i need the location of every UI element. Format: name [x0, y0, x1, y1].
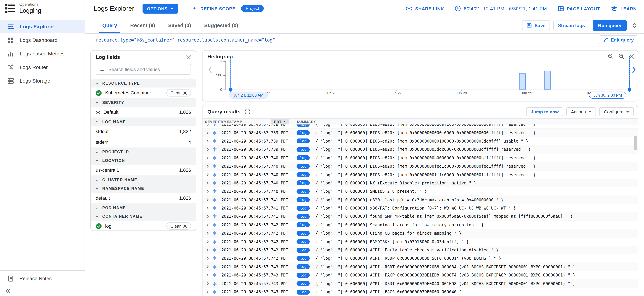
sidebar-item-logs-dashboard[interactable]: Logs Dashboard: [0, 33, 84, 47]
sidebar-item-logs-explorer[interactable]: Logs Explorer: [0, 20, 84, 33]
log-row[interactable]: 2021-06-29 08:45:57.742 PDTlog{ "log": "…: [202, 254, 638, 263]
field-value-default[interactable]: Default1,826: [91, 107, 196, 118]
tab-suggested-0[interactable]: Suggested (0): [198, 17, 245, 34]
log-label-chip[interactable]: log: [296, 189, 310, 194]
configure-button[interactable]: Configure: [600, 107, 634, 116]
stream-logs-button[interactable]: Stream logs: [553, 20, 590, 30]
field-value-stdout[interactable]: stdout1,822: [91, 126, 196, 137]
log-row[interactable]: 2021-06-29 08:45:57.743 PDTlog{ "log": "…: [202, 288, 638, 296]
expand-results-icon[interactable]: [244, 109, 250, 114]
log-label-chip[interactable]: log: [296, 130, 310, 135]
expand-row-icon[interactable]: [206, 139, 212, 143]
log-label-chip[interactable]: log: [296, 248, 310, 252]
sidebar-item-logs-storage[interactable]: Logs Storage: [0, 74, 84, 88]
log-row[interactable]: 2021-06-29 08:45:57.739 PDTlog{ "log": "…: [202, 124, 638, 129]
learn-button[interactable]: LEARN: [610, 6, 637, 11]
log-row[interactable]: 2021-06-29 08:45:57.740 PDTlog{ "log": "…: [202, 179, 638, 187]
options-button[interactable]: OPTIONS: [142, 4, 178, 14]
project-scope-badge[interactable]: Project: [241, 5, 264, 12]
range-start-handle[interactable]: [229, 88, 232, 92]
field-section-log-name[interactable]: LOG NAME: [91, 118, 196, 126]
sidebar-item-logs-based-metrics[interactable]: Logs-based Metrics: [0, 47, 84, 60]
expand-row-icon[interactable]: [206, 265, 212, 269]
log-row[interactable]: 2021-06-29 08:45:57.739 PDTlog{ "log": "…: [202, 146, 638, 154]
field-value-default[interactable]: default1,826: [91, 193, 196, 204]
range-end-handle[interactable]: [628, 88, 631, 92]
results-scrollbar-thumb[interactable]: [634, 136, 637, 150]
log-label-chip[interactable]: log: [296, 156, 310, 160]
field-section-container-name[interactable]: CONTAINER NAME: [91, 212, 196, 221]
log-label-chip[interactable]: log: [296, 164, 310, 169]
log-label-chip[interactable]: log: [296, 206, 310, 210]
field-section-cluster-name[interactable]: CLUSTER NAME: [91, 176, 196, 184]
sidebar-item-release-notes[interactable]: Release Notes: [0, 270, 84, 286]
log-label-chip[interactable]: log: [296, 281, 310, 286]
log-row[interactable]: 2021-06-29 08:45:57.743 PDTlog{ "log": "…: [202, 263, 638, 271]
log-label-chip[interactable]: log: [296, 239, 310, 244]
field-value-stderr[interactable]: stderr4: [91, 137, 196, 148]
histogram-prev-icon[interactable]: [208, 66, 213, 74]
log-label-chip[interactable]: log: [296, 139, 310, 144]
log-row[interactable]: 2021-06-29 08:45:57.741 PDTlog{ "log": "…: [202, 212, 638, 221]
field-value-kubernetes-container[interactable]: Kubernetes ContainerClear: [91, 88, 196, 98]
log-row[interactable]: 2021-06-29 08:45:57.743 PDTlog{ "log": "…: [202, 271, 638, 280]
range-end-pill[interactable]: Jun 30, 2:00 PM: [589, 92, 626, 98]
log-row[interactable]: 2021-06-29 08:45:57.742 PDTlog{ "log": "…: [202, 238, 638, 246]
expand-row-icon[interactable]: [206, 273, 212, 277]
log-label-chip[interactable]: log: [296, 124, 310, 127]
jump-to-now-button[interactable]: Jump to now: [526, 107, 563, 116]
field-value-log[interactable]: logClear: [91, 220, 196, 231]
log-row[interactable]: 2021-06-29 08:45:57.740 PDTlog{ "log": "…: [202, 154, 638, 162]
tab-recent-6[interactable]: Recent (6): [124, 17, 162, 34]
expand-row-icon[interactable]: [206, 256, 212, 260]
log-row[interactable]: 2021-06-29 08:45:57.739 PDTlog{ "log": "…: [202, 129, 638, 137]
expand-row-icon[interactable]: [206, 173, 212, 176]
log-label-chip[interactable]: log: [296, 290, 310, 294]
field-value-us-central1[interactable]: us-central11,826: [91, 165, 196, 176]
expand-row-icon[interactable]: [206, 181, 212, 185]
edit-query-button[interactable]: Edit query: [599, 35, 638, 44]
expand-row-icon[interactable]: [206, 124, 212, 126]
expand-row-icon[interactable]: [206, 232, 212, 235]
expand-row-icon[interactable]: [206, 223, 212, 227]
expand-row-icon[interactable]: [206, 190, 212, 193]
log-row[interactable]: 2021-06-29 08:45:57.740 PDTlog{ "log": "…: [202, 187, 638, 196]
sidebar-item-logs-router[interactable]: Logs Router: [0, 60, 84, 74]
log-row[interactable]: 2021-06-29 08:45:57.743 PDTlog{ "log": "…: [202, 280, 638, 288]
field-section-pod-name[interactable]: POD NAME: [91, 204, 196, 212]
expand-row-icon[interactable]: [206, 148, 212, 152]
field-section-location[interactable]: LOCATION: [91, 156, 196, 165]
histogram-next-icon[interactable]: [631, 66, 636, 74]
expand-row-icon[interactable]: [206, 240, 212, 244]
actions-button[interactable]: Actions: [566, 107, 596, 116]
search-fields-input[interactable]: [96, 64, 191, 75]
histogram-bar[interactable]: [544, 70, 551, 90]
expand-row-icon[interactable]: [206, 206, 212, 210]
expand-row-icon[interactable]: [206, 156, 212, 160]
run-query-button[interactable]: Run query: [593, 20, 627, 31]
field-section-project-id[interactable]: PROJECT ID: [91, 148, 196, 156]
log-label-chip[interactable]: log: [296, 256, 310, 261]
field-section-resource-type[interactable]: RESOURCE TYPE: [91, 79, 196, 88]
log-label-chip[interactable]: log: [296, 197, 310, 202]
close-log-fields-icon[interactable]: [186, 54, 191, 60]
share-link-button[interactable]: SHARE LINK: [406, 6, 444, 11]
expand-row-icon[interactable]: [206, 248, 212, 252]
expand-row-icon[interactable]: [206, 198, 212, 202]
expand-row-icon[interactable]: [206, 215, 212, 218]
page-layout-button[interactable]: PAGE LAYOUT: [558, 6, 600, 11]
log-row[interactable]: 2021-06-29 08:45:57.742 PDTlog{ "log": "…: [202, 229, 638, 238]
log-row[interactable]: 2021-06-29 08:45:57.742 PDTlog{ "log": "…: [202, 221, 638, 229]
log-label-chip[interactable]: log: [296, 214, 310, 219]
field-section-namespace-name[interactable]: NAMESPACE NAME: [91, 184, 196, 193]
log-label-chip[interactable]: log: [296, 231, 310, 236]
expand-row-icon[interactable]: [206, 131, 212, 134]
log-label-chip[interactable]: log: [296, 180, 310, 186]
log-row[interactable]: 2021-06-29 08:45:57.742 PDTlog{ "log": "…: [202, 246, 638, 254]
time-range-button[interactable]: 6/24/21, 12:41 PM - 6/30/21, 1:41 PM: [455, 6, 547, 12]
clear-filter-button[interactable]: Clear: [166, 222, 191, 230]
expand-row-icon[interactable]: [206, 282, 212, 286]
field-section-severity[interactable]: SEVERITY: [91, 98, 196, 107]
log-row[interactable]: 2021-06-29 08:45:57.740 PDTlog{ "log": "…: [202, 171, 638, 179]
log-row[interactable]: 2021-06-29 08:45:57.740 PDTlog{ "log": "…: [202, 162, 638, 170]
